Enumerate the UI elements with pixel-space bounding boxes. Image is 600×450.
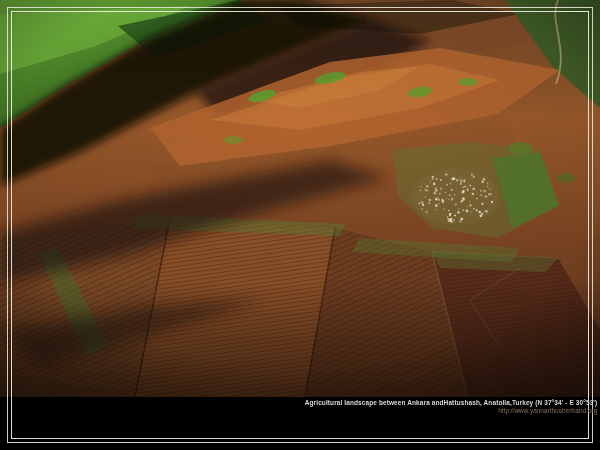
caption-title: Agricultural landscape between Ankara an… bbox=[304, 399, 597, 404]
wallpaper-root: Agricultural landscape between Ankara an… bbox=[0, 0, 600, 450]
aerial-photo bbox=[0, 0, 600, 397]
caption: Agricultural landscape between Ankara an… bbox=[191, 399, 597, 414]
caption-url: http://www.yannarthusbertrand.org bbox=[304, 407, 597, 412]
